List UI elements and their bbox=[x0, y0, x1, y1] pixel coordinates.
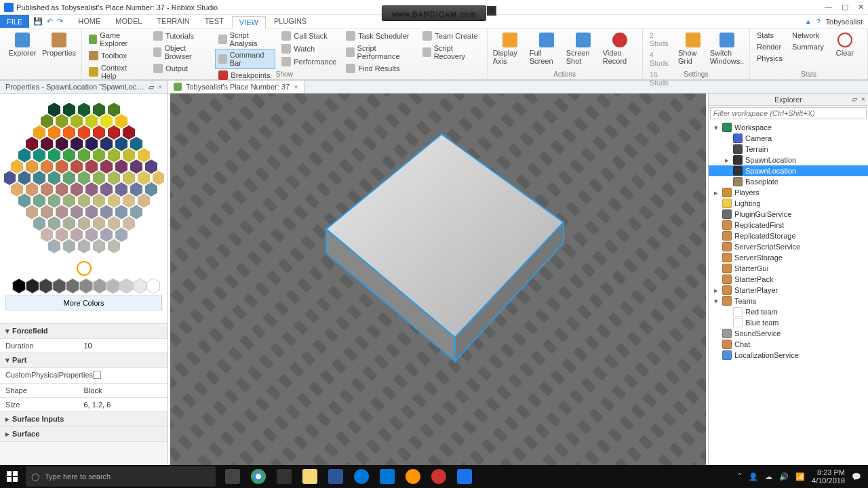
popout-icon[interactable]: ▱ bbox=[149, 83, 154, 92]
tray-onedrive-icon[interactable]: ☁ bbox=[765, 472, 772, 481]
taskbar-search[interactable]: ◯ Type here to search bbox=[26, 466, 216, 487]
game-explorer-button[interactable]: Game Explorer bbox=[86, 30, 146, 49]
clear-button[interactable]: Clear bbox=[827, 30, 863, 64]
tree-node-lighting[interactable]: Lighting bbox=[709, 198, 868, 209]
section-part[interactable]: ▾Part bbox=[0, 353, 167, 368]
close-button[interactable]: ✕ bbox=[858, 3, 864, 12]
tree-node-starterplayer[interactable]: ▸StarterPlayer bbox=[709, 285, 868, 296]
script-analysis-button[interactable]: Script Analysis bbox=[216, 30, 275, 49]
tree-node-red-team[interactable]: Red team bbox=[709, 306, 868, 317]
object-browser-button[interactable]: Object Browser bbox=[151, 43, 212, 62]
app-bandicam[interactable] bbox=[427, 465, 450, 488]
prop-shape[interactable]: ShapeBlock bbox=[0, 384, 167, 398]
tree-node-spawnlocation[interactable]: SpawnLocation bbox=[709, 165, 868, 176]
properties-button[interactable]: Properties bbox=[41, 30, 77, 78]
watch-button[interactable]: Watch bbox=[279, 43, 339, 55]
tray-up-icon[interactable]: ˄ bbox=[738, 472, 742, 481]
windows-taskbar[interactable]: ◯ Type here to search ˄ 👤 ☁ 🔊 📶 8:23 PM4… bbox=[0, 465, 868, 488]
tree-node-replicatedfirst[interactable]: ReplicatedFirst bbox=[709, 220, 868, 230]
summary-button[interactable]: Summary bbox=[789, 41, 827, 52]
tree-node-localizationservice[interactable]: LocalizationService bbox=[709, 350, 868, 361]
close-tab-icon[interactable]: × bbox=[294, 83, 298, 91]
tree-node-teams[interactable]: ▾Teams bbox=[709, 296, 868, 306]
close-panel-icon[interactable]: × bbox=[861, 95, 865, 104]
tutorials-button[interactable]: Tutorials bbox=[151, 30, 212, 42]
tab-terrain[interactable]: TERRAIN bbox=[150, 16, 196, 28]
tab-place[interactable]: Tobysealist's Place Number: 37 × bbox=[168, 81, 304, 93]
explorer-button[interactable]: Explorer bbox=[4, 30, 41, 78]
tab-home[interactable]: HOME bbox=[71, 16, 107, 28]
checkbox-icon[interactable] bbox=[93, 371, 101, 379]
prop-custom-physical[interactable]: CustomPhysicalProperties bbox=[0, 368, 167, 384]
app-edge[interactable] bbox=[350, 465, 373, 488]
app-roblox-studio[interactable] bbox=[453, 465, 476, 488]
render-button[interactable]: Render bbox=[754, 41, 785, 52]
tree-node-serverstorage[interactable]: ServerStorage bbox=[709, 252, 868, 263]
prop-size[interactable]: Size6, 1.2, 6 bbox=[0, 398, 167, 412]
app-mail[interactable] bbox=[376, 465, 399, 488]
color-picker[interactable]: More Colors bbox=[0, 94, 167, 324]
tree-node-replicatedstorage[interactable]: ReplicatedStorage bbox=[709, 230, 868, 241]
explorer-tree[interactable]: ▾WorkspaceCameraTerrain▸SpawnLocationSpa… bbox=[709, 121, 868, 465]
tree-node-blue-team[interactable]: Blue team bbox=[709, 317, 868, 328]
tree-node-startergui[interactable]: StarterGui bbox=[709, 263, 868, 274]
tab-model[interactable]: MODEL bbox=[108, 16, 149, 28]
hex-color-wheel[interactable] bbox=[4, 98, 164, 294]
stats-button[interactable]: Stats bbox=[754, 30, 785, 41]
tray-wifi-icon[interactable]: 📶 bbox=[795, 472, 805, 481]
tree-node-camera[interactable]: Camera bbox=[709, 133, 868, 144]
start-button[interactable] bbox=[0, 465, 24, 488]
section-surface-inputs[interactable]: ▸Surface Inputs bbox=[0, 412, 167, 427]
script-performance-button[interactable]: Script Performance bbox=[343, 43, 416, 62]
help-icon[interactable]: ? bbox=[816, 18, 820, 26]
qat-save-icon[interactable]: 💾 bbox=[33, 17, 43, 26]
tree-node-baseplate[interactable]: Baseplate bbox=[709, 176, 868, 187]
tab-view[interactable]: VIEW bbox=[232, 16, 266, 28]
task-view-button[interactable] bbox=[221, 465, 244, 488]
explorer-filter-input[interactable] bbox=[710, 107, 867, 119]
tray-volume-icon[interactable]: 🔊 bbox=[779, 472, 789, 481]
minimize-button[interactable]: — bbox=[825, 3, 832, 12]
tree-node-soundservice[interactable]: SoundService bbox=[709, 328, 868, 339]
studs-4-button[interactable]: 4 Studs bbox=[647, 49, 677, 68]
file-menu[interactable]: FILE bbox=[0, 15, 29, 28]
tray-people-icon[interactable]: 👤 bbox=[749, 472, 758, 481]
viewport-3d[interactable] bbox=[168, 94, 708, 465]
close-panel-icon[interactable]: × bbox=[158, 83, 162, 92]
tree-node-starterpack[interactable]: StarterPack bbox=[709, 274, 868, 285]
qat-undo-icon[interactable]: ↶ bbox=[47, 17, 53, 26]
popout-icon[interactable]: ▱ bbox=[852, 95, 857, 104]
tree-node-chat[interactable]: Chat bbox=[709, 339, 868, 350]
more-colors-button[interactable]: More Colors bbox=[5, 296, 162, 310]
team-create-button[interactable]: Team Create bbox=[420, 30, 482, 42]
app-explorer[interactable] bbox=[298, 465, 321, 488]
tree-node-terrain[interactable]: Terrain bbox=[709, 144, 868, 155]
user-label[interactable]: Tobysealist bbox=[826, 18, 863, 26]
app-firefox[interactable] bbox=[401, 465, 425, 488]
section-surface[interactable]: ▸Surface bbox=[0, 427, 167, 442]
app-chrome[interactable] bbox=[247, 465, 270, 488]
tree-node-pluginguiservice[interactable]: PluginGuiService bbox=[709, 209, 868, 220]
task-scheduler-button[interactable]: Task Scheduler bbox=[343, 30, 416, 42]
section-forcefield[interactable]: ▾Forcefield bbox=[0, 324, 167, 339]
qat-redo-icon[interactable]: ↷ bbox=[57, 17, 63, 26]
maximize-button[interactable]: ▢ bbox=[842, 3, 848, 12]
app-word[interactable] bbox=[324, 465, 347, 488]
app-store[interactable] bbox=[273, 465, 296, 488]
physics-button[interactable]: Physics bbox=[754, 53, 785, 64]
call-stack-button[interactable]: Call Stack bbox=[279, 30, 339, 42]
command-bar-button[interactable]: Command Bar bbox=[216, 49, 275, 68]
tree-node-workspace[interactable]: ▾Workspace bbox=[709, 122, 868, 133]
switch-windows-button[interactable]: Switch Windows.. bbox=[709, 30, 745, 88]
tree-node-spawnlocation[interactable]: ▸SpawnLocation bbox=[709, 155, 868, 165]
collapse-ribbon-icon[interactable]: ▴ bbox=[806, 17, 810, 26]
tab-plugins[interactable]: PLUGINS bbox=[267, 16, 313, 28]
studs-2-button[interactable]: 2 Studs bbox=[647, 30, 677, 49]
tree-node-serverscriptservice[interactable]: ServerScriptService bbox=[709, 241, 868, 252]
toolbox-button[interactable]: Toolbox bbox=[86, 49, 146, 62]
prop-duration[interactable]: Duration10 bbox=[0, 339, 167, 353]
network-button[interactable]: Network bbox=[789, 30, 827, 41]
show-grid-button[interactable]: Show Grid bbox=[677, 30, 709, 88]
tree-node-players[interactable]: ▸Players bbox=[709, 187, 868, 198]
tab-test[interactable]: TEST bbox=[198, 16, 231, 28]
